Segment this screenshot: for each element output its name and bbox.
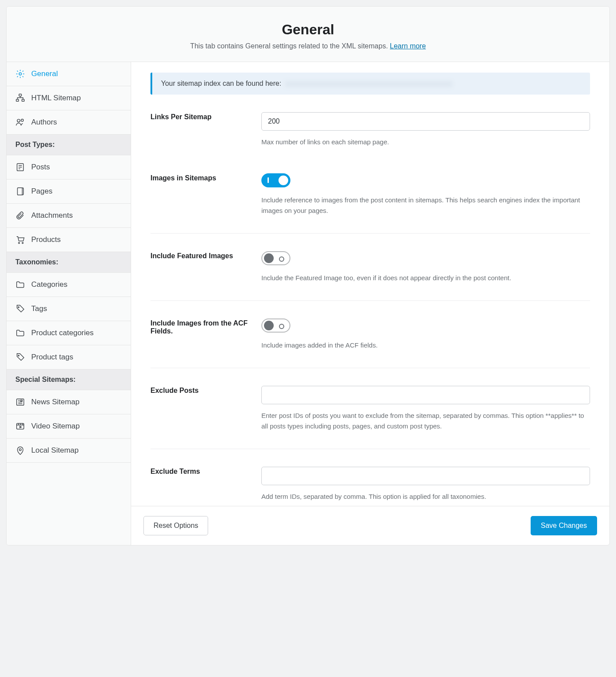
sidebar-item-product-categories[interactable]: Product categories (7, 321, 131, 345)
help-links-per-sitemap: Max number of links on each sitemap page… (261, 137, 590, 147)
folder-icon (15, 328, 25, 338)
input-exclude-posts[interactable] (261, 386, 590, 404)
learn-more-link[interactable]: Learn more (390, 42, 426, 50)
save-changes-button[interactable]: Save Changes (531, 516, 597, 535)
sidebar-item-categories[interactable]: Categories (7, 273, 131, 297)
row-include-featured-images: Include Featured Images Include the Feat… (150, 251, 590, 301)
toggle-include-acf-images[interactable] (261, 318, 290, 333)
sidebar-item-label: Categories (31, 280, 67, 289)
sidebar-item-attachments[interactable]: Attachments (7, 204, 131, 228)
sitemap-icon (15, 93, 25, 103)
sidebar-item-label: HTML Sitemap (31, 94, 81, 102)
panel-footer: Reset Options Save Changes (131, 506, 609, 545)
sidebar-item-pages[interactable]: Pages (7, 179, 131, 204)
sidebar-item-label: General (31, 70, 58, 78)
sitemap-url-redacted (285, 81, 452, 87)
settings-panel: General This tab contains General settin… (6, 6, 610, 545)
page-icon (15, 187, 25, 196)
sidebar-item-label: Posts (31, 163, 50, 172)
sidebar-item-label: Authors (31, 118, 57, 127)
tag-icon (15, 304, 25, 314)
sidebar-item-label: Pages (31, 187, 52, 196)
video-icon (15, 421, 25, 431)
label-exclude-terms: Exclude Terms (150, 467, 261, 476)
input-links-per-sitemap[interactable] (261, 112, 590, 131)
toggle-images-in-sitemaps[interactable] (261, 173, 290, 187)
subtitle-text: This tab contains General settings relat… (190, 42, 390, 50)
page-title: General (15, 22, 601, 38)
authors-icon (15, 117, 25, 127)
row-exclude-terms: Exclude Terms Add term IDs, separated by… (150, 467, 590, 506)
cart-icon (15, 235, 25, 245)
reset-options-button[interactable]: Reset Options (143, 516, 208, 535)
pin-icon (15, 446, 25, 455)
label-links-per-sitemap: Links Per Sitemap (150, 112, 261, 121)
sidebar-header-taxonomies: Taxonomies: (7, 252, 131, 273)
label-include-featured-images: Include Featured Images (150, 251, 261, 260)
sidebar-item-label: Product tags (31, 353, 73, 362)
content: Your sitemap index can be found here: Li… (131, 62, 609, 506)
row-images-in-sitemaps: Images in Sitemaps Include reference to … (150, 173, 590, 234)
label-images-in-sitemaps: Images in Sitemaps (150, 173, 261, 182)
sidebar-item-video-sitemap[interactable]: Video Sitemap (7, 414, 131, 439)
page-subtitle: This tab contains General settings relat… (15, 42, 601, 50)
row-exclude-posts: Exclude Posts Enter post IDs of posts yo… (150, 386, 590, 449)
sidebar-item-label: Products (31, 235, 61, 244)
sidebar-item-authors[interactable]: Authors (7, 110, 131, 135)
news-icon (15, 397, 25, 407)
sidebar-item-label: Video Sitemap (31, 422, 80, 431)
gear-icon (15, 69, 25, 79)
row-links-per-sitemap: Links Per Sitemap Max number of links on… (150, 112, 590, 165)
help-include-featured-images: Include the Featured Image too, even if … (261, 273, 590, 283)
sidebar-item-label: Attachments (31, 211, 73, 220)
row-include-acf-images: Include Images from the ACF Fields. Incl… (150, 318, 590, 368)
sidebar-item-general[interactable]: General (7, 62, 131, 86)
help-include-acf-images: Include images added in the ACF fields. (261, 340, 590, 350)
sidebar-header-special: Special Sitemaps: (7, 370, 131, 390)
tag-icon (15, 352, 25, 362)
sidebar-item-label: Tags (31, 304, 47, 313)
sidebar-item-label: News Sitemap (31, 398, 80, 406)
sidebar-item-product-tags[interactable]: Product tags (7, 345, 131, 370)
notice-text: Your sitemap index can be found here: (161, 80, 281, 87)
sidebar-item-label: Product categories (31, 329, 94, 337)
input-exclude-terms[interactable] (261, 467, 590, 485)
help-images-in-sitemaps: Include reference to images from the pos… (261, 195, 590, 216)
help-exclude-terms: Add term IDs, separated by comma. This o… (261, 491, 590, 501)
panel-header: General This tab contains General settin… (7, 7, 609, 62)
folder-icon (15, 280, 25, 289)
sidebar-item-products[interactable]: Products (7, 228, 131, 252)
sidebar-item-label: Local Sitemap (31, 446, 79, 455)
sidebar: General HTML Sitemap Authors Post Types:… (7, 62, 131, 545)
attachment-icon (15, 211, 25, 220)
label-exclude-posts: Exclude Posts (150, 386, 261, 395)
label-include-acf-images: Include Images from the ACF Fields. (150, 318, 261, 335)
sidebar-item-news-sitemap[interactable]: News Sitemap (7, 390, 131, 414)
sidebar-item-local-sitemap[interactable]: Local Sitemap (7, 439, 131, 463)
sidebar-item-tags[interactable]: Tags (7, 297, 131, 321)
sitemap-index-notice: Your sitemap index can be found here: (150, 73, 590, 95)
help-exclude-posts: Enter post IDs of posts you want to excl… (261, 410, 590, 431)
sidebar-header-post-types: Post Types: (7, 135, 131, 155)
toggle-include-featured-images[interactable] (261, 251, 290, 265)
sidebar-item-posts[interactable]: Posts (7, 155, 131, 179)
sidebar-item-html-sitemap[interactable]: HTML Sitemap (7, 86, 131, 110)
post-icon (15, 162, 25, 172)
